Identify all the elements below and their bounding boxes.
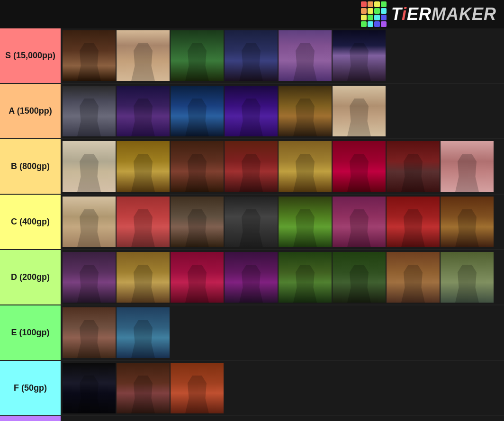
list-item[interactable] xyxy=(387,197,440,247)
tier-content-b xyxy=(61,139,504,194)
list-item[interactable] xyxy=(117,252,170,303)
list-item[interactable] xyxy=(117,86,170,136)
list-item[interactable] xyxy=(387,141,440,192)
list-item[interactable] xyxy=(333,197,386,247)
character-card xyxy=(279,30,332,81)
list-item[interactable] xyxy=(63,363,116,413)
logo-cell xyxy=(374,8,380,14)
list-item[interactable] xyxy=(117,363,170,413)
logo-cell xyxy=(368,1,373,7)
tier-row-b: B (800gp) xyxy=(0,139,504,195)
character-card xyxy=(63,197,116,247)
list-item[interactable] xyxy=(279,86,332,136)
tier-label-s: S (15,000pp) xyxy=(0,28,61,83)
tier-row-e: E (100gp) xyxy=(0,305,504,361)
list-item[interactable] xyxy=(171,30,224,81)
logo-cell xyxy=(361,21,367,27)
list-item[interactable] xyxy=(333,30,386,81)
character-card xyxy=(225,86,278,136)
character-card xyxy=(117,86,170,136)
list-item[interactable] xyxy=(441,197,494,247)
list-item[interactable] xyxy=(225,141,278,192)
character-card xyxy=(63,252,116,303)
list-item[interactable] xyxy=(225,252,278,303)
list-item[interactable] xyxy=(441,252,494,303)
tier-label-b: B (800gp) xyxy=(0,139,61,194)
tier-row-no-opinion: No opinion xyxy=(0,416,504,421)
character-card xyxy=(225,197,278,247)
list-item[interactable] xyxy=(63,197,116,247)
list-item[interactable] xyxy=(441,141,494,192)
list-item[interactable] xyxy=(333,141,386,192)
list-item[interactable] xyxy=(225,30,278,81)
tier-row-s: S (15,000pp) xyxy=(0,28,504,84)
tier-content-d xyxy=(61,250,504,305)
list-item[interactable] xyxy=(171,86,224,136)
character-card xyxy=(171,197,224,247)
list-item[interactable] xyxy=(171,252,224,303)
character-card xyxy=(171,30,224,81)
character-card xyxy=(279,86,332,136)
list-item[interactable] xyxy=(171,141,224,192)
character-card xyxy=(171,252,224,303)
character-card xyxy=(117,363,170,413)
list-item[interactable] xyxy=(225,197,278,247)
list-item[interactable] xyxy=(225,86,278,136)
character-card xyxy=(333,197,386,247)
list-item[interactable] xyxy=(117,307,170,358)
list-item[interactable] xyxy=(279,252,332,303)
tier-label-d: D (200gp) xyxy=(0,250,61,305)
list-item[interactable] xyxy=(63,141,116,192)
character-card xyxy=(225,30,278,81)
character-card xyxy=(171,141,224,192)
character-card xyxy=(63,307,116,358)
logo-cell xyxy=(381,21,387,27)
list-item[interactable] xyxy=(333,86,386,136)
character-card xyxy=(387,141,440,192)
character-card xyxy=(225,141,278,192)
character-card xyxy=(333,141,386,192)
tiermaker-logo-text: TiERMAKER xyxy=(391,4,496,24)
character-card xyxy=(63,141,116,192)
list-item[interactable] xyxy=(63,307,116,358)
list-item[interactable] xyxy=(63,30,116,81)
list-item[interactable] xyxy=(117,197,170,247)
tier-label-f: F (50gp) xyxy=(0,361,61,415)
character-card xyxy=(63,86,116,136)
list-item[interactable] xyxy=(171,197,224,247)
character-card xyxy=(117,197,170,247)
logo-cell xyxy=(374,21,380,27)
logo-cell xyxy=(368,8,373,14)
logo-cell xyxy=(374,1,380,7)
list-item[interactable] xyxy=(279,141,332,192)
list-item[interactable] xyxy=(279,30,332,81)
list-item[interactable] xyxy=(171,363,224,413)
tier-row-a: A (1500pp) xyxy=(0,84,504,139)
list-item[interactable] xyxy=(279,197,332,247)
list-item[interactable] xyxy=(333,252,386,303)
list-item[interactable] xyxy=(117,141,170,192)
tier-content-f xyxy=(61,361,504,415)
list-item[interactable] xyxy=(63,252,116,303)
header: TiERMAKER xyxy=(0,0,504,28)
tier-row-f: F (50gp) xyxy=(0,361,504,416)
character-card xyxy=(63,363,116,413)
list-item[interactable] xyxy=(117,30,170,81)
character-card xyxy=(279,141,332,192)
tier-content-e xyxy=(61,305,504,360)
logo-cell xyxy=(361,8,367,14)
character-card xyxy=(117,30,170,81)
list-item[interactable] xyxy=(63,86,116,136)
tier-label-no-opinion: No opinion xyxy=(0,416,61,421)
character-card xyxy=(171,86,224,136)
logo-cell xyxy=(381,1,387,7)
tier-content-c xyxy=(61,195,504,249)
logo-cell xyxy=(368,15,373,20)
character-card xyxy=(387,252,440,303)
character-card xyxy=(279,252,332,303)
logo-cell xyxy=(381,8,387,14)
list-item[interactable] xyxy=(387,252,440,303)
character-card xyxy=(333,30,386,81)
character-card xyxy=(171,363,224,413)
tier-content-s xyxy=(61,28,504,83)
